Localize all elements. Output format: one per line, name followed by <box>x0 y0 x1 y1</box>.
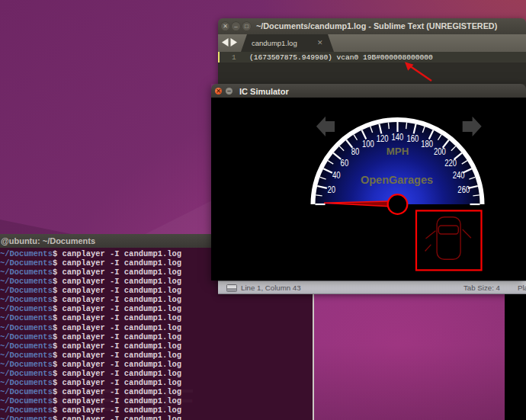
svg-text:180: 180 <box>421 138 433 149</box>
svg-text:120: 120 <box>377 133 389 144</box>
svg-text:OpenGarages: OpenGarages <box>361 173 433 186</box>
svg-text:160: 160 <box>406 133 419 144</box>
svg-text:240: 240 <box>453 169 465 181</box>
svg-text:40: 40 <box>332 169 341 181</box>
svg-text:220: 220 <box>444 157 457 168</box>
svg-text:260: 260 <box>457 184 470 195</box>
svg-text:MPH: MPH <box>386 146 409 157</box>
svg-text:80: 80 <box>351 146 360 157</box>
svg-text:140: 140 <box>392 131 404 143</box>
svg-text:200: 200 <box>434 146 446 157</box>
svg-text:100: 100 <box>362 138 374 149</box>
svg-text:60: 60 <box>341 157 349 168</box>
svg-text:20: 20 <box>327 184 335 195</box>
